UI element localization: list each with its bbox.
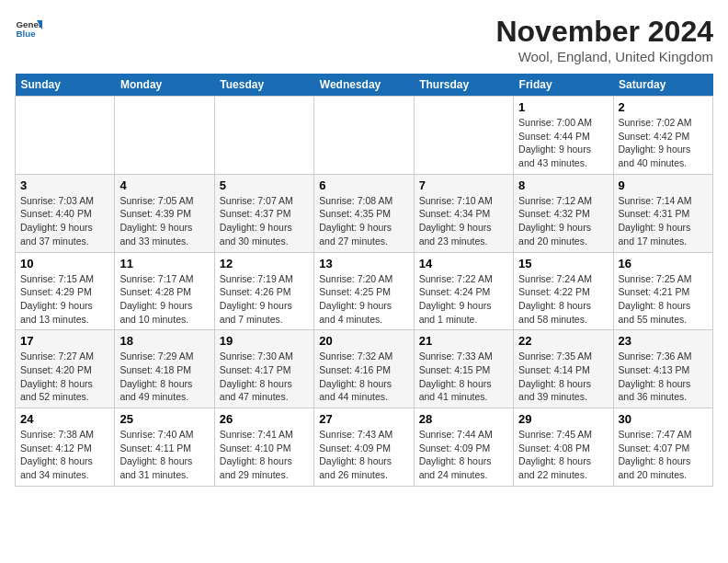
- day-info: Sunrise: 7:17 AM Sunset: 4:28 PM Dayligh…: [119, 272, 209, 327]
- svg-text:Blue: Blue: [17, 29, 37, 39]
- day-number: 24: [20, 412, 109, 426]
- day-info: Sunrise: 7:14 AM Sunset: 4:31 PM Dayligh…: [619, 194, 708, 248]
- calendar-cell: 11Sunrise: 7:17 AM Sunset: 4:28 PM Dayli…: [115, 252, 214, 330]
- day-info: Sunrise: 7:27 AM Sunset: 4:20 PM Dayligh…: [20, 350, 109, 404]
- calendar-cell: 7Sunrise: 7:10 AM Sunset: 4:34 PM Daylig…: [414, 174, 513, 252]
- calendar-cell: 1Sunrise: 7:00 AM Sunset: 4:44 PM Daylig…: [514, 97, 613, 175]
- day-number: 19: [220, 334, 309, 348]
- calendar-header-row: SundayMondayTuesdayWednesdayThursdayFrid…: [16, 74, 713, 97]
- calendar-week-3: 10Sunrise: 7:15 AM Sunset: 4:29 PM Dayli…: [16, 252, 713, 330]
- column-header-friday: Friday: [514, 74, 613, 97]
- subtitle: Wool, England, United Kingdom: [495, 49, 713, 64]
- calendar-cell: [16, 97, 115, 175]
- day-number: 12: [220, 257, 309, 270]
- calendar-cell: 17Sunrise: 7:27 AM Sunset: 4:20 PM Dayli…: [16, 330, 115, 408]
- calendar-week-5: 24Sunrise: 7:38 AM Sunset: 4:12 PM Dayli…: [16, 408, 713, 487]
- column-header-tuesday: Tuesday: [214, 74, 313, 97]
- day-info: Sunrise: 7:00 AM Sunset: 4:44 PM Dayligh…: [518, 116, 608, 170]
- main-title: November 2024: [495, 15, 713, 49]
- day-info: Sunrise: 7:22 AM Sunset: 4:24 PM Dayligh…: [419, 272, 508, 327]
- day-info: Sunrise: 7:40 AM Sunset: 4:11 PM Dayligh…: [119, 428, 209, 482]
- calendar-cell: 23Sunrise: 7:36 AM Sunset: 4:13 PM Dayli…: [613, 330, 712, 408]
- day-info: Sunrise: 7:38 AM Sunset: 4:12 PM Dayligh…: [20, 428, 109, 482]
- day-number: 9: [619, 178, 708, 192]
- column-header-monday: Monday: [115, 74, 214, 97]
- day-number: 7: [419, 178, 508, 192]
- calendar-cell: [115, 97, 214, 175]
- logo-icon: General Blue: [15, 15, 42, 42]
- calendar-cell: 12Sunrise: 7:19 AM Sunset: 4:26 PM Dayli…: [214, 252, 313, 330]
- calendar-cell: 6Sunrise: 7:08 AM Sunset: 4:35 PM Daylig…: [314, 174, 414, 252]
- calendar-cell: 18Sunrise: 7:29 AM Sunset: 4:18 PM Dayli…: [115, 330, 214, 408]
- calendar-cell: 3Sunrise: 7:03 AM Sunset: 4:40 PM Daylig…: [16, 174, 115, 252]
- calendar-cell: 19Sunrise: 7:30 AM Sunset: 4:17 PM Dayli…: [214, 330, 313, 408]
- day-info: Sunrise: 7:05 AM Sunset: 4:39 PM Dayligh…: [119, 194, 209, 248]
- calendar-cell: 4Sunrise: 7:05 AM Sunset: 4:39 PM Daylig…: [115, 174, 214, 252]
- calendar-cell: 21Sunrise: 7:33 AM Sunset: 4:15 PM Dayli…: [414, 330, 513, 408]
- day-number: 27: [319, 412, 408, 426]
- day-info: Sunrise: 7:24 AM Sunset: 4:22 PM Dayligh…: [518, 272, 608, 327]
- day-info: Sunrise: 7:25 AM Sunset: 4:21 PM Dayligh…: [619, 272, 708, 327]
- day-number: 8: [518, 178, 608, 192]
- day-number: 25: [119, 412, 209, 426]
- calendar-week-4: 17Sunrise: 7:27 AM Sunset: 4:20 PM Dayli…: [16, 330, 713, 408]
- calendar-cell: 13Sunrise: 7:20 AM Sunset: 4:25 PM Dayli…: [314, 252, 414, 330]
- day-info: Sunrise: 7:07 AM Sunset: 4:37 PM Dayligh…: [220, 194, 309, 248]
- day-info: Sunrise: 7:29 AM Sunset: 4:18 PM Dayligh…: [119, 350, 209, 404]
- column-header-wednesday: Wednesday: [314, 74, 414, 97]
- day-number: 15: [518, 257, 608, 270]
- day-info: Sunrise: 7:36 AM Sunset: 4:13 PM Dayligh…: [619, 350, 708, 404]
- day-number: 6: [319, 178, 408, 192]
- calendar-cell: 24Sunrise: 7:38 AM Sunset: 4:12 PM Dayli…: [16, 408, 115, 487]
- calendar-week-1: 1Sunrise: 7:00 AM Sunset: 4:44 PM Daylig…: [16, 97, 713, 175]
- calendar-cell: 15Sunrise: 7:24 AM Sunset: 4:22 PM Dayli…: [514, 252, 613, 330]
- calendar-cell: 8Sunrise: 7:12 AM Sunset: 4:32 PM Daylig…: [514, 174, 613, 252]
- day-info: Sunrise: 7:35 AM Sunset: 4:14 PM Dayligh…: [518, 350, 608, 404]
- day-number: 26: [220, 412, 309, 426]
- day-number: 5: [220, 178, 309, 192]
- calendar-table: SundayMondayTuesdayWednesdayThursdayFrid…: [15, 74, 713, 487]
- day-number: 13: [319, 257, 408, 270]
- calendar-cell: 16Sunrise: 7:25 AM Sunset: 4:21 PM Dayli…: [613, 252, 712, 330]
- day-number: 18: [119, 334, 209, 348]
- calendar-cell: 10Sunrise: 7:15 AM Sunset: 4:29 PM Dayli…: [16, 252, 115, 330]
- day-number: 23: [619, 334, 708, 348]
- calendar-cell: [414, 97, 513, 175]
- calendar-cell: 27Sunrise: 7:43 AM Sunset: 4:09 PM Dayli…: [314, 408, 414, 487]
- calendar-week-2: 3Sunrise: 7:03 AM Sunset: 4:40 PM Daylig…: [16, 174, 713, 252]
- day-info: Sunrise: 7:12 AM Sunset: 4:32 PM Dayligh…: [518, 194, 608, 248]
- calendar-cell: 22Sunrise: 7:35 AM Sunset: 4:14 PM Dayli…: [514, 330, 613, 408]
- day-number: 2: [619, 100, 708, 114]
- calendar-cell: 9Sunrise: 7:14 AM Sunset: 4:31 PM Daylig…: [613, 174, 712, 252]
- calendar-cell: 20Sunrise: 7:32 AM Sunset: 4:16 PM Dayli…: [314, 330, 414, 408]
- day-info: Sunrise: 7:30 AM Sunset: 4:17 PM Dayligh…: [220, 350, 309, 404]
- column-header-saturday: Saturday: [613, 74, 712, 97]
- day-info: Sunrise: 7:41 AM Sunset: 4:10 PM Dayligh…: [220, 428, 309, 482]
- calendar-cell: 26Sunrise: 7:41 AM Sunset: 4:10 PM Dayli…: [214, 408, 313, 487]
- calendar-cell: [214, 97, 313, 175]
- day-number: 16: [619, 257, 708, 270]
- calendar-cell: 30Sunrise: 7:47 AM Sunset: 4:07 PM Dayli…: [613, 408, 712, 487]
- calendar-cell: 28Sunrise: 7:44 AM Sunset: 4:09 PM Dayli…: [414, 408, 513, 487]
- day-info: Sunrise: 7:08 AM Sunset: 4:35 PM Dayligh…: [319, 194, 408, 248]
- day-number: 22: [518, 334, 608, 348]
- day-number: 20: [319, 334, 408, 348]
- day-info: Sunrise: 7:45 AM Sunset: 4:08 PM Dayligh…: [518, 428, 608, 482]
- day-number: 30: [619, 412, 708, 426]
- title-block: November 2024 Wool, England, United King…: [495, 15, 713, 64]
- day-number: 17: [20, 334, 109, 348]
- calendar-cell: 29Sunrise: 7:45 AM Sunset: 4:08 PM Dayli…: [514, 408, 613, 487]
- logo: General Blue: [15, 15, 42, 42]
- day-number: 3: [20, 178, 109, 192]
- day-number: 21: [419, 334, 508, 348]
- day-info: Sunrise: 7:43 AM Sunset: 4:09 PM Dayligh…: [319, 428, 408, 482]
- day-number: 4: [119, 178, 209, 192]
- day-number: 10: [20, 257, 109, 270]
- day-info: Sunrise: 7:33 AM Sunset: 4:15 PM Dayligh…: [419, 350, 508, 404]
- calendar-cell: 14Sunrise: 7:22 AM Sunset: 4:24 PM Dayli…: [414, 252, 513, 330]
- calendar-cell: 25Sunrise: 7:40 AM Sunset: 4:11 PM Dayli…: [115, 408, 214, 487]
- header: General Blue November 2024 Wool, England…: [15, 15, 713, 64]
- day-info: Sunrise: 7:47 AM Sunset: 4:07 PM Dayligh…: [619, 428, 708, 482]
- day-info: Sunrise: 7:20 AM Sunset: 4:25 PM Dayligh…: [319, 272, 408, 327]
- day-number: 29: [518, 412, 608, 426]
